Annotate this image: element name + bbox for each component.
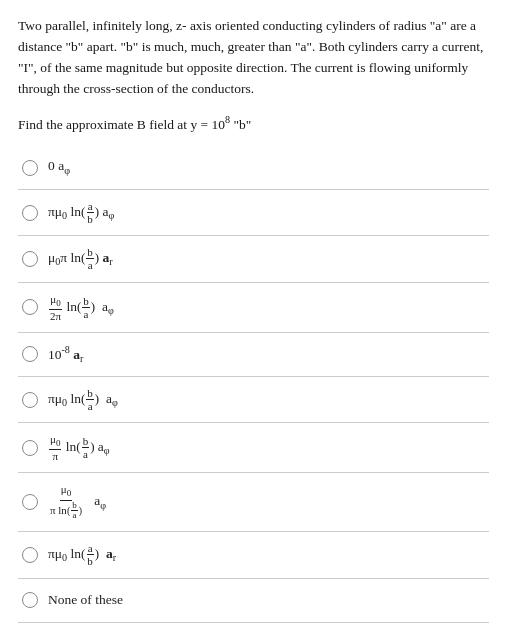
option-8-label: μ0 π ln(ba) aφ [48,483,106,521]
question-body: Two parallel, infinitely long, z- axis o… [18,16,489,100]
radio-6[interactable] [22,392,38,408]
option-10-label: None of these [48,591,123,610]
radio-9[interactable] [22,547,38,563]
option-2[interactable]: πμ0 ln(ab) aφ [18,190,489,236]
option-5[interactable]: 10-8 ar [18,333,489,377]
option-3[interactable]: μ0π ln(ba) ar [18,236,489,282]
radio-5[interactable] [22,346,38,362]
radio-3[interactable] [22,251,38,267]
radio-8[interactable] [22,494,38,510]
option-1[interactable]: 0 aφ [18,146,489,190]
option-7[interactable]: μ0π ln(ba) aφ [18,423,489,473]
option-4-label: μ02π ln(ba) aφ [48,293,114,322]
radio-1[interactable] [22,160,38,176]
option-4[interactable]: μ02π ln(ba) aφ [18,283,489,333]
radio-10[interactable] [22,592,38,608]
option-2-label: πμ0 ln(ab) aφ [48,200,114,225]
option-5-label: 10-8 ar [48,343,83,366]
find-text: Find the approximate B field at y = 108 … [18,114,489,133]
radio-2[interactable] [22,205,38,221]
option-8[interactable]: μ0 π ln(ba) aφ [18,473,489,532]
option-6[interactable]: πμ0 ln(ba) aφ [18,377,489,423]
option-9[interactable]: πμ0 ln(ab) ar [18,532,489,578]
option-10[interactable]: None of these [18,579,489,623]
option-9-label: πμ0 ln(ab) ar [48,542,116,567]
option-1-label: 0 aφ [48,157,70,178]
radio-4[interactable] [22,299,38,315]
option-7-label: μ0π ln(ba) aφ [48,433,110,462]
option-3-label: μ0π ln(ba) ar [48,246,113,271]
radio-7[interactable] [22,440,38,456]
option-6-label: πμ0 ln(ba) aφ [48,387,118,412]
